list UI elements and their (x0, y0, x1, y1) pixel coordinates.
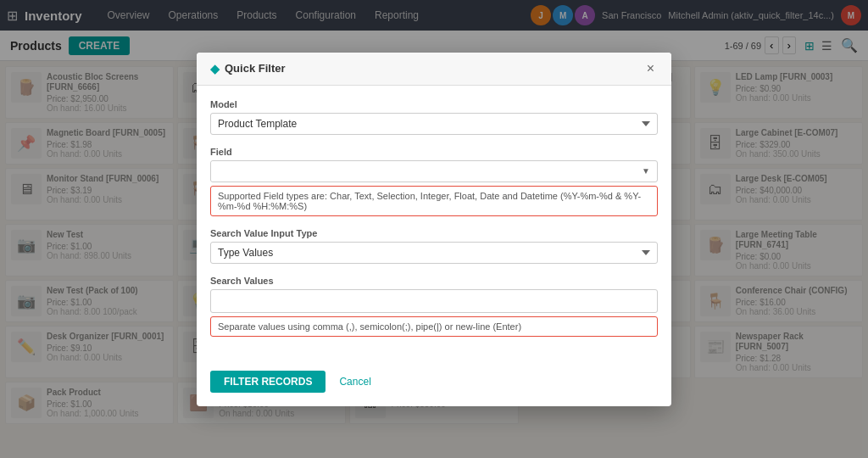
field-group: Field ▼ Supported Field types are: Char,… (210, 147, 658, 216)
search-values-hint-text: Separate values using comma (,), semicol… (218, 321, 521, 332)
modal-title-text: Quick Filter (225, 62, 286, 75)
filter-icon: ◆ (210, 62, 220, 75)
field-dropdown-arrow[interactable]: ▼ (635, 166, 657, 176)
search-values-hint-box: Separate values using comma (,), semicol… (210, 316, 658, 337)
search-values-input[interactable] (210, 289, 658, 313)
modal-footer: FILTER RECORDS Cancel (197, 362, 671, 406)
field-hint-text: Supported Field types are: Char, Text, S… (218, 191, 641, 211)
quick-filter-modal: ◆ Quick Filter × Model Product Template … (197, 53, 671, 406)
search-type-select[interactable]: Type Values (210, 242, 658, 264)
modal-body: Model Product Template Field ▼ Supported… (197, 86, 671, 362)
modal-close-button[interactable]: × (643, 61, 658, 76)
search-type-label: Search Value Input Type (210, 228, 658, 238)
field-input-wrapper: ▼ (210, 160, 658, 182)
search-values-group: Search Values Separate values using comm… (210, 276, 658, 337)
field-input[interactable] (211, 161, 635, 182)
model-label: Model (210, 99, 658, 109)
model-group: Model Product Template (210, 99, 658, 135)
search-type-group: Search Value Input Type Type Values (210, 228, 658, 264)
cancel-button[interactable]: Cancel (332, 371, 377, 393)
field-hint-box: Supported Field types are: Char, Text, S… (210, 186, 658, 216)
filter-records-button[interactable]: FILTER RECORDS (210, 371, 326, 393)
search-values-label: Search Values (210, 276, 658, 286)
modal-title: ◆ Quick Filter (210, 62, 286, 75)
model-select[interactable]: Product Template (210, 113, 658, 135)
modal-overlay: ◆ Quick Filter × Model Product Template … (0, 0, 868, 429)
modal-header: ◆ Quick Filter × (197, 53, 671, 86)
field-label: Field (210, 147, 658, 157)
